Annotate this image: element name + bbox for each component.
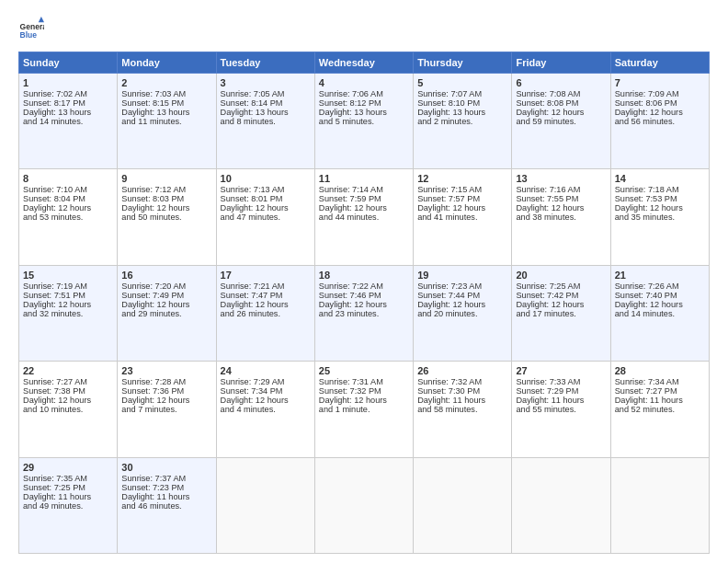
cell-text: Daylight: 12 hours — [516, 108, 606, 117]
cell-text: Sunset: 8:10 PM — [417, 98, 507, 108]
cell-text: and 50 minutes. — [121, 213, 211, 222]
cell-text: Daylight: 12 hours — [319, 203, 409, 213]
cell-text: Daylight: 11 hours — [516, 396, 606, 405]
cell-text: Daylight: 13 hours — [417, 108, 507, 117]
cell-text: and 53 minutes. — [23, 213, 113, 222]
cell-text: Sunset: 7:25 PM — [23, 483, 113, 492]
calendar-cell — [216, 457, 314, 553]
calendar-cell: 15Sunrise: 7:19 AMSunset: 7:51 PMDayligh… — [19, 265, 118, 361]
dow-header: Sunday — [19, 52, 118, 74]
calendar-cell: 14Sunrise: 7:18 AMSunset: 7:53 PMDayligh… — [610, 169, 709, 265]
calendar-cell: 5Sunrise: 7:07 AMSunset: 8:10 PMDaylight… — [414, 74, 512, 169]
cell-text: Daylight: 12 hours — [417, 300, 507, 309]
cell-text: Sunrise: 7:23 AM — [417, 282, 507, 291]
cell-text: Sunrise: 7:12 AM — [121, 185, 211, 194]
day-number: 9 — [121, 173, 211, 184]
cell-text: Sunset: 7:57 PM — [417, 194, 507, 203]
cell-text: Sunset: 8:03 PM — [121, 194, 211, 203]
calendar-cell: 22Sunrise: 7:27 AMSunset: 7:38 PMDayligh… — [19, 362, 118, 457]
day-number: 10 — [221, 173, 311, 184]
svg-text:Blue: Blue — [20, 30, 38, 40]
day-number: 27 — [516, 365, 606, 376]
cell-text: Sunrise: 7:21 AM — [221, 282, 311, 291]
cell-text: Daylight: 12 hours — [319, 396, 409, 405]
cell-text: and 55 minutes. — [516, 405, 606, 414]
day-number: 2 — [121, 77, 211, 88]
day-number: 11 — [319, 173, 409, 184]
cell-text: and 5 minutes. — [319, 117, 409, 126]
dow-header: Thursday — [414, 52, 512, 74]
cell-text: Daylight: 12 hours — [121, 203, 211, 213]
cell-text: and 11 minutes. — [121, 117, 211, 126]
day-number: 21 — [615, 270, 705, 281]
cell-text: and 46 minutes. — [121, 501, 211, 511]
cell-text: Sunrise: 7:07 AM — [417, 89, 507, 98]
cell-text: Sunset: 8:17 PM — [23, 98, 113, 108]
day-number: 20 — [516, 270, 606, 281]
cell-text: Sunrise: 7:34 AM — [615, 377, 705, 386]
calendar-cell: 19Sunrise: 7:23 AMSunset: 7:44 PMDayligh… — [414, 265, 512, 361]
calendar-cell: 9Sunrise: 7:12 AMSunset: 8:03 PMDaylight… — [118, 169, 216, 265]
day-number: 15 — [23, 270, 113, 281]
cell-text: Sunset: 7:40 PM — [615, 291, 705, 300]
cell-text: Sunset: 7:27 PM — [615, 386, 705, 396]
cell-text: Sunrise: 7:14 AM — [319, 185, 409, 194]
day-number: 25 — [319, 365, 409, 376]
cell-text: Daylight: 12 hours — [23, 396, 113, 405]
cell-text: Daylight: 12 hours — [121, 396, 211, 405]
day-number: 5 — [417, 77, 507, 88]
calendar-cell: 8Sunrise: 7:10 AMSunset: 8:04 PMDaylight… — [19, 169, 118, 265]
cell-text: and 10 minutes. — [23, 405, 113, 414]
day-number: 19 — [417, 270, 507, 281]
calendar-cell: 26Sunrise: 7:32 AMSunset: 7:30 PMDayligh… — [414, 362, 512, 457]
cell-text: and 47 minutes. — [221, 213, 311, 222]
calendar-cell: 2Sunrise: 7:03 AMSunset: 8:15 PMDaylight… — [118, 74, 216, 169]
cell-text: Sunset: 8:08 PM — [516, 98, 606, 108]
calendar-cell: 29Sunrise: 7:35 AMSunset: 7:25 PMDayligh… — [19, 457, 118, 553]
cell-text: Sunrise: 7:08 AM — [516, 89, 606, 98]
cell-text: Sunrise: 7:20 AM — [121, 282, 211, 291]
logo-icon: General Blue — [18, 17, 44, 42]
cell-text: and 1 minute. — [319, 405, 409, 414]
cell-text: Sunset: 7:44 PM — [417, 291, 507, 300]
cell-text: Sunset: 7:29 PM — [516, 386, 606, 396]
day-number: 23 — [121, 365, 211, 376]
calendar-cell: 20Sunrise: 7:25 AMSunset: 7:42 PMDayligh… — [512, 265, 610, 361]
cell-text: Daylight: 13 hours — [23, 108, 113, 117]
cell-text: Sunrise: 7:32 AM — [417, 377, 507, 386]
cell-text: Sunrise: 7:25 AM — [516, 282, 606, 291]
cell-text: Sunset: 7:53 PM — [615, 194, 705, 203]
calendar-cell: 13Sunrise: 7:16 AMSunset: 7:55 PMDayligh… — [512, 169, 610, 265]
day-number: 26 — [417, 365, 507, 376]
cell-text: Sunrise: 7:02 AM — [23, 89, 113, 98]
cell-text: Sunset: 7:59 PM — [319, 194, 409, 203]
calendar: SundayMondayTuesdayWednesdayThursdayFrid… — [18, 52, 710, 554]
page: General Blue SundayMondayTuesdayWednesda… — [0, 0, 728, 563]
cell-text: Sunset: 7:42 PM — [516, 291, 606, 300]
cell-text: Sunset: 7:34 PM — [221, 386, 311, 396]
cell-text: Daylight: 12 hours — [221, 300, 311, 309]
day-number: 13 — [516, 173, 606, 184]
cell-text: Sunset: 7:32 PM — [319, 386, 409, 396]
cell-text: Sunset: 7:51 PM — [23, 291, 113, 300]
day-number: 16 — [121, 270, 211, 281]
day-number: 30 — [121, 462, 211, 473]
day-number: 1 — [23, 77, 113, 88]
cell-text: and 20 minutes. — [417, 309, 507, 318]
calendar-cell: 30Sunrise: 7:37 AMSunset: 7:23 PMDayligh… — [118, 457, 216, 553]
cell-text: Daylight: 12 hours — [23, 300, 113, 309]
header: General Blue — [18, 17, 710, 42]
day-number: 17 — [221, 270, 311, 281]
cell-text: and 7 minutes. — [121, 405, 211, 414]
cell-text: Sunset: 8:12 PM — [319, 98, 409, 108]
cell-text: and 38 minutes. — [516, 213, 606, 222]
calendar-cell: 24Sunrise: 7:29 AMSunset: 7:34 PMDayligh… — [216, 362, 314, 457]
calendar-cell: 10Sunrise: 7:13 AMSunset: 8:01 PMDayligh… — [216, 169, 314, 265]
cell-text: and 59 minutes. — [516, 117, 606, 126]
day-number: 7 — [615, 77, 705, 88]
dow-header: Wednesday — [314, 52, 413, 74]
cell-text: Sunrise: 7:31 AM — [319, 377, 409, 386]
calendar-cell: 7Sunrise: 7:09 AMSunset: 8:06 PMDaylight… — [610, 74, 709, 169]
cell-text: Sunset: 8:14 PM — [221, 98, 311, 108]
calendar-cell — [512, 457, 610, 553]
